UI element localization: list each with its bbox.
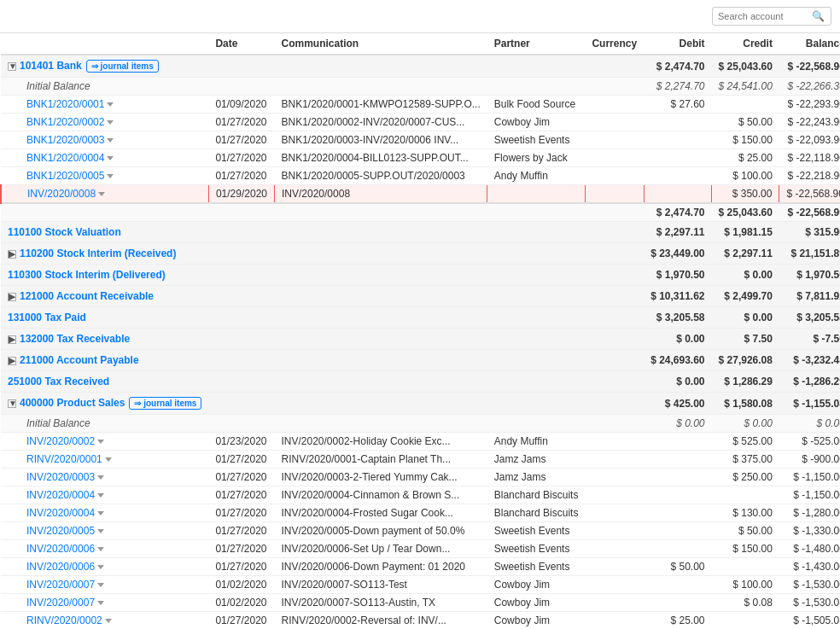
table-row: INV/2020/000501/27/2020INV/2020/0005-Dow…: [1, 522, 840, 540]
expand-icon[interactable]: ▶: [8, 250, 16, 259]
col-header-date: Date: [208, 33, 274, 55]
expand-icon[interactable]: ▶: [8, 335, 16, 344]
col-header-debit: Debit: [644, 33, 711, 55]
entry-ref-link[interactable]: BNK1/2020/0001: [26, 98, 104, 110]
expand-icon[interactable]: ▼: [8, 399, 16, 408]
journal-items-button[interactable]: journal items: [86, 60, 159, 73]
table-row: INV/2020/000601/27/2020INV/2020/0006-Dow…: [1, 558, 840, 576]
dropdown-arrow-icon: [107, 138, 114, 143]
dropdown-arrow-icon: [107, 156, 114, 160]
table-header-row: Date Communication Partner Currency Debi…: [1, 33, 840, 55]
entry-ref-link[interactable]: INV/2020/0008: [27, 188, 96, 200]
table-row: BNK1/2020/000101/09/2020BNK1/2020/0001-K…: [1, 96, 840, 114]
entry-ref-link[interactable]: RINV/2020/0001: [26, 453, 102, 465]
section-header-row: 131000 Tax Paid$ 3,205.58$ 0.00$ 3,205.5…: [1, 307, 840, 329]
entry-ref-link[interactable]: BNK1/2020/0003: [26, 134, 104, 146]
table-row: INV/2020/000201/23/2020INV/2020/0002-Hol…: [1, 433, 840, 451]
entry-ref-link[interactable]: INV/2020/0006: [26, 543, 95, 555]
search-icon: 🔍: [812, 10, 825, 22]
dropdown-arrow-icon: [107, 120, 114, 125]
dropdown-arrow-icon: [97, 475, 104, 480]
entry-ref-link[interactable]: INV/2020/0007: [26, 597, 95, 609]
account-label[interactable]: 132000 Tax Receivable: [20, 333, 130, 345]
account-label[interactable]: 131000 Tax Paid: [8, 312, 86, 323]
section-header-row: ▶211000 Account Payable$ 24,693.60$ 27,9…: [1, 350, 840, 371]
section-header-row: ▶110200 Stock Interim (Received)$ 23,449…: [1, 243, 840, 265]
dropdown-arrow-icon: [105, 619, 112, 623]
table-row: Initial Balance$ 0.00$ 0.00$ 0.00: [1, 415, 840, 433]
table-row: INV/2020/000401/27/2020INV/2020/0004-Cin…: [1, 486, 840, 504]
account-label[interactable]: 110100 Stock Valuation: [8, 226, 121, 238]
col-header-balance: Balance: [779, 33, 840, 55]
general-ledger-table: Date Communication Partner Currency Debi…: [0, 33, 840, 629]
account-label[interactable]: 400000 Product Sales: [20, 397, 125, 409]
account-label[interactable]: 110200 Stock Interim (Received): [20, 248, 176, 259]
section-header-row: 110100 Stock Valuation$ 2,297.11$ 1,981.…: [1, 222, 840, 243]
table-row: BNK1/2020/000201/27/2020BNK1/2020/0002-I…: [1, 114, 840, 131]
dropdown-arrow-icon: [107, 174, 114, 178]
col-header-name: [1, 33, 208, 55]
dropdown-arrow-icon: [97, 583, 104, 587]
dropdown-arrow-icon: [97, 440, 104, 444]
table-row: INV/2020/000701/02/2020INV/2020/0007-SO1…: [1, 594, 840, 612]
expand-icon[interactable]: ▼: [8, 62, 16, 71]
entry-ref-link[interactable]: INV/2020/0003: [26, 471, 95, 483]
entry-ref-link[interactable]: INV/2020/0005: [26, 525, 95, 537]
entry-ref-link[interactable]: BNK1/2020/0002: [26, 116, 104, 128]
top-bar: 🔍: [0, 0, 840, 33]
col-header-partner: Partner: [487, 33, 586, 55]
entry-ref-link[interactable]: RINV/2020/0002: [26, 614, 102, 626]
dropdown-arrow-icon: [97, 547, 104, 551]
table-row: RINV/2020/000201/27/2020RINV/2020/0002-R…: [1, 612, 840, 630]
expand-icon[interactable]: ▶: [8, 357, 16, 365]
section-header-row: ▼400000 Product Salesjournal items$ 425.…: [1, 393, 840, 415]
dropdown-arrow-icon: [107, 102, 114, 107]
dropdown-arrow-icon: [97, 493, 104, 498]
entry-ref-link[interactable]: INV/2020/0002: [26, 435, 95, 447]
col-header-credit: Credit: [712, 33, 779, 55]
account-label[interactable]: 101401 Bank: [20, 60, 82, 72]
table-row: BNK1/2020/000501/27/2020BNK1/2020/0005-S…: [1, 167, 840, 185]
section-header-row: 110300 Stock Interim (Delivered)$ 1,970.…: [1, 265, 840, 286]
dropdown-arrow-icon: [105, 457, 112, 462]
table-body: ▼101401 Bankjournal items$ 2,474.70$ 25,…: [1, 55, 840, 629]
table-row: INV/2020/000801/29/2020INV/2020/0008$ 35…: [1, 185, 840, 204]
section-header-row: ▼101401 Bankjournal items$ 2,474.70$ 25,…: [1, 55, 840, 78]
section-header-row: ▶132000 Tax Receivable$ 0.00$ 7.50$ -7.5…: [1, 329, 840, 350]
entry-ref-link[interactable]: INV/2020/0007: [26, 579, 95, 591]
table-row: BNK1/2020/000301/27/2020BNK1/2020/0003-I…: [1, 131, 840, 149]
dropdown-arrow-icon: [98, 192, 105, 196]
table-row: INV/2020/000701/02/2020INV/2020/0007-SO1…: [1, 576, 840, 594]
section-total-row: $ 2,474.70$ 25,043.60$ -22,568.90: [1, 203, 840, 222]
section-header-row: 251000 Tax Received$ 0.00$ 1,286.29$ -1,…: [1, 371, 840, 393]
account-label[interactable]: 251000 Tax Received: [8, 376, 109, 387]
entry-ref-link[interactable]: BNK1/2020/0004: [26, 152, 104, 164]
search-box[interactable]: 🔍: [712, 7, 831, 26]
col-header-comm: Communication: [275, 33, 487, 55]
entry-ref-link[interactable]: INV/2020/0004: [26, 489, 95, 501]
account-label[interactable]: 110300 Stock Interim (Delivered): [8, 269, 166, 281]
dropdown-arrow-icon: [97, 529, 104, 533]
journal-items-button[interactable]: journal items: [129, 397, 201, 410]
table-row: BNK1/2020/000401/27/2020BNK1/2020/0004-B…: [1, 149, 840, 167]
table-row: INV/2020/000601/27/2020INV/2020/0006-Set…: [1, 540, 840, 558]
entry-ref-link[interactable]: INV/2020/0006: [26, 561, 95, 573]
table-row: INV/2020/000301/27/2020INV/2020/0003-2-T…: [1, 469, 840, 486]
table-row: Initial Balance$ 2,274.70$ 24,541.00$ -2…: [1, 78, 840, 96]
account-label[interactable]: 211000 Account Payable: [20, 354, 139, 366]
search-input[interactable]: [718, 11, 812, 21]
dropdown-arrow-icon: [97, 601, 104, 605]
entry-ref-link[interactable]: INV/2020/0004: [26, 507, 95, 519]
dropdown-arrow-icon: [97, 511, 104, 515]
account-label[interactable]: 121000 Account Receivable: [20, 290, 154, 302]
table-row: INV/2020/000401/27/2020INV/2020/0004-Fro…: [1, 504, 840, 522]
section-header-row: ▶121000 Account Receivable$ 10,311.62$ 2…: [1, 286, 840, 307]
expand-icon[interactable]: ▶: [8, 293, 16, 301]
table-row: RINV/2020/000101/27/2020RINV/2020/0001-C…: [1, 451, 840, 469]
dropdown-arrow-icon: [97, 565, 104, 569]
col-header-currency: Currency: [585, 33, 644, 55]
entry-ref-link[interactable]: BNK1/2020/0005: [26, 170, 104, 182]
